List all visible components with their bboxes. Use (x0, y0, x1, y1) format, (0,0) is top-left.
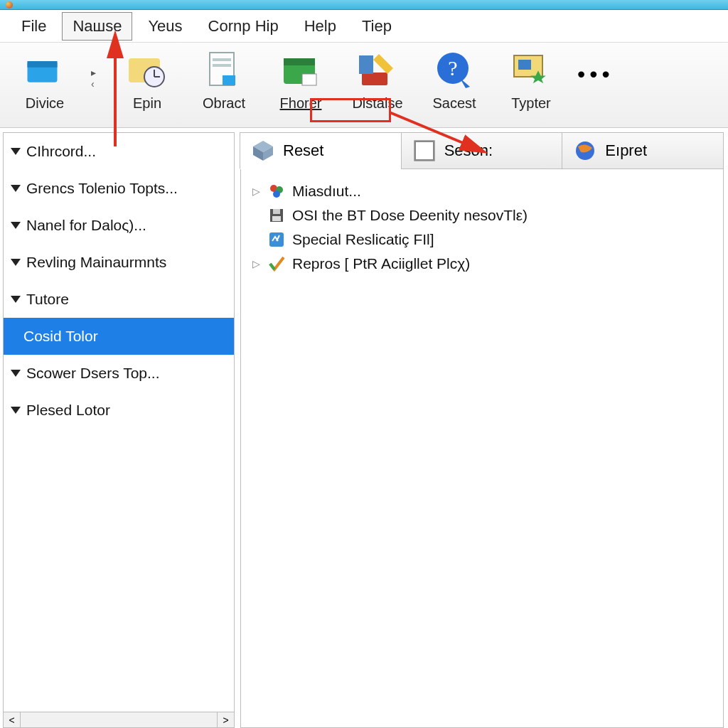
chevron-down-icon (11, 370, 21, 377)
expander-icon[interactable]: ▷ (252, 258, 261, 269)
main-pane: Reset Seson: Eıpret ▷ Miasdıut... (240, 132, 724, 728)
svg-rect-7 (213, 58, 231, 61)
scroll-right-button[interactable]: > (217, 712, 234, 727)
tools-icon (355, 48, 400, 94)
sidebar-item[interactable]: Scower Dsers Top... (4, 355, 234, 392)
toolbar-typter[interactable]: Typter (500, 48, 562, 112)
svg-rect-12 (302, 74, 316, 85)
tree-row-label: Repros [ PtR Aciigllet Plcχ) (292, 255, 470, 272)
menu-tiep[interactable]: Tiep (352, 13, 402, 40)
tree-row[interactable]: ▷ Repros [ PtR Aciigllet Plcχ) (251, 252, 713, 276)
svg-rect-14 (359, 55, 373, 74)
menubar: File Naшse Yeus Cornp Hip Help Tiep (0, 10, 728, 43)
clock-folder-icon (124, 48, 170, 94)
checkbox-icon (413, 139, 436, 162)
toolbar-separator-arrow: ▸ ‹ (91, 67, 101, 90)
sidebar-item[interactable]: Grencs Tolenio Topts... (4, 170, 234, 207)
sidebar-scrollbar[interactable]: < > (4, 712, 234, 727)
titlebar (0, 0, 728, 10)
tree-row[interactable]: ▷ Miasdıut... (251, 179, 713, 203)
sidebar-item-label: Plesed Lotor (26, 402, 110, 419)
scroll-track[interactable] (21, 712, 217, 727)
window-star-icon (508, 48, 554, 94)
sidebar-item[interactable]: Nanel for Daloς)... (4, 207, 234, 244)
workspace: CIhrcord... Grencs Tolenio Topts... Nane… (0, 128, 728, 728)
svg-text:?: ? (448, 56, 457, 80)
tree-row[interactable]: OSI the BT Dose Deenity nesovTlε) (251, 203, 713, 228)
svg-point-26 (273, 191, 280, 198)
menu-help[interactable]: Help (294, 13, 346, 40)
chevron-down-icon (11, 222, 21, 229)
expander-icon[interactable]: ▷ (252, 186, 261, 197)
help-icon: ? (432, 48, 477, 94)
cube-icon (252, 139, 274, 162)
content-area: ▷ Miasdıut... OSI the BT Dose Deenity ne… (240, 169, 724, 728)
sidebar-item[interactable]: Revling Mainaurmnts (4, 244, 234, 281)
toolbar-obract[interactable]: Obract (193, 48, 255, 112)
scroll-left-button[interactable]: < (4, 712, 21, 727)
sidebar-item-label: CIhrcord... (26, 143, 96, 160)
toolbar-overflow[interactable]: ••• (577, 61, 614, 87)
chevron-down-icon (11, 407, 21, 414)
green-box-icon (278, 48, 323, 94)
tree-row-label: Miasdıut... (292, 183, 361, 200)
sidebar-item-label: Nanel for Daloς)... (26, 217, 146, 234)
sidebar-item-label: Tutore (26, 291, 69, 308)
sidebar-item[interactable]: Plesed Lotor (4, 392, 234, 429)
globe-icon (574, 139, 596, 162)
svg-rect-29 (272, 216, 281, 221)
sidebar-item[interactable]: Tutore (4, 281, 234, 318)
toolbar-epin[interactable]: Epin (117, 48, 178, 112)
svg-rect-8 (213, 64, 231, 67)
chevron-down-icon (11, 259, 21, 266)
sidebar-item-label: Grencs Tolenio Topts... (26, 180, 178, 197)
sidebar: CIhrcord... Grencs Tolenio Topts... Nane… (3, 132, 235, 728)
tab-label: Reset (283, 141, 323, 160)
toolbar-label: Epin (133, 95, 161, 112)
check-icon (268, 255, 285, 272)
svg-rect-13 (362, 73, 387, 85)
orbs-icon (268, 183, 285, 200)
sidebar-list: CIhrcord... Grencs Tolenio Topts... Nane… (4, 133, 234, 712)
floppy-icon (268, 207, 285, 224)
tab-eipret[interactable]: Eıpret (562, 132, 724, 169)
svg-rect-22 (414, 141, 434, 161)
folder-icon (22, 48, 68, 94)
app-icon (6, 1, 13, 9)
sidebar-item-label: Scower Dsers Top... (26, 365, 160, 382)
sidebar-item-label: Revling Mainaurmnts (26, 254, 166, 271)
tree-row[interactable]: Special Reslicatiç FIl] (251, 228, 713, 252)
toolbar-divice[interactable]: Divice (14, 48, 75, 112)
menu-cornp[interactable]: Cornp Hip (198, 13, 289, 40)
svg-rect-9 (223, 75, 235, 85)
tab-seson[interactable]: Seson: (401, 132, 563, 169)
svg-rect-1 (28, 61, 58, 68)
toolbar-label: Typter (511, 95, 551, 112)
toolbar-sacest[interactable]: ? Sacest (424, 48, 485, 112)
tree-row-label: Special Reslicatiç FIl] (292, 231, 434, 248)
svg-rect-11 (284, 58, 315, 65)
toolbar-label: Sacest (432, 95, 476, 112)
menu-yeus[interactable]: Yeus (138, 13, 192, 40)
annotation-highlight-box (310, 98, 391, 122)
chevron-down-icon (11, 185, 21, 192)
toolbar-label: Divice (26, 95, 64, 112)
sidebar-item-selected[interactable]: Cosid Tolor (4, 318, 234, 355)
chevron-down-icon (11, 296, 21, 303)
sidebar-item[interactable]: CIhrcord... (4, 133, 234, 170)
tab-label: Seson: (444, 141, 493, 160)
chevron-down-icon (11, 148, 21, 155)
tab-reset[interactable]: Reset (240, 132, 402, 169)
tab-label: Eıpret (605, 141, 647, 160)
svg-rect-28 (273, 209, 280, 214)
tree-row-label: OSI the BT Dose Deenity nesovTlε) (292, 207, 528, 224)
menu-file[interactable]: File (11, 13, 56, 40)
sidebar-item-label: Cosid Tolor (23, 328, 98, 345)
menu-nause[interactable]: Naшse (62, 12, 132, 41)
blue-square-icon (268, 231, 285, 248)
toolbar: Divice ▸ ‹ Epin Obract Fhorer Distaise ?… (0, 43, 728, 128)
doc-icon (201, 48, 247, 94)
tab-row: Reset Seson: Eıpret (240, 132, 724, 169)
svg-rect-18 (518, 60, 531, 70)
toolbar-label: Obract (203, 95, 245, 112)
